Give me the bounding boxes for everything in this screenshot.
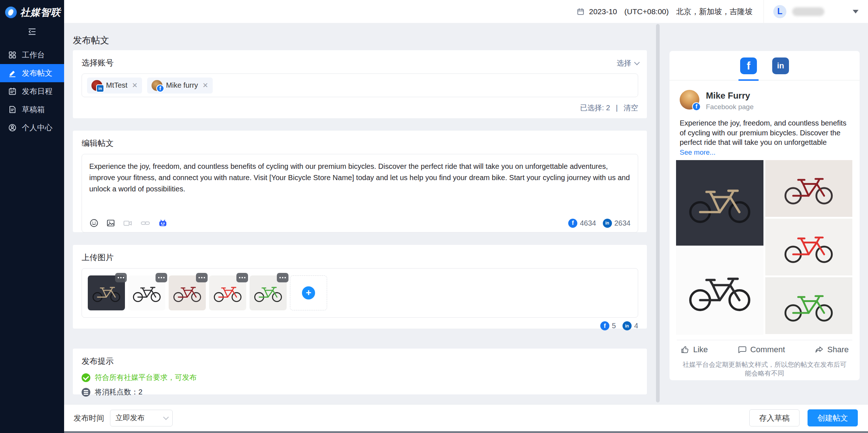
sidebar-item-label: 发布帖文 bbox=[22, 68, 52, 78]
user-icon bbox=[8, 123, 17, 132]
active-tab-underline bbox=[738, 79, 759, 81]
sidebar-item-label: 个人中心 bbox=[22, 123, 52, 133]
ai-robot-icon bbox=[158, 218, 168, 228]
calendar-icon bbox=[8, 87, 17, 96]
post-content-text[interactable]: Experience the joy, freedom, and countle… bbox=[89, 161, 631, 195]
image-counters: f 5 in 4 bbox=[600, 321, 638, 330]
publish-tips-card: 发布提示 符合所有社媒平台要求，可发布 将消耗点数：2 bbox=[73, 349, 647, 394]
comment-button[interactable]: Comment bbox=[738, 345, 785, 354]
facebook-icon: f bbox=[568, 219, 577, 228]
preview-image-grid bbox=[676, 160, 852, 335]
linkedin-image-count: 4 bbox=[634, 322, 638, 330]
upload-images-card: 上传图片 + bbox=[73, 245, 647, 329]
ai-assistant-button[interactable] bbox=[158, 218, 168, 228]
facebook-char-counter: f 4634 bbox=[568, 219, 596, 228]
facebook-icon: f bbox=[600, 321, 609, 330]
image-options-button[interactable] bbox=[156, 273, 167, 282]
horizontal-scrollbar[interactable] bbox=[64, 431, 868, 433]
share-button[interactable]: Share bbox=[814, 345, 849, 354]
comment-label: Comment bbox=[750, 345, 785, 354]
insert-link-button-disabled[interactable] bbox=[140, 218, 150, 228]
linkedin-badge-icon: in bbox=[96, 84, 104, 92]
sidebar-item-schedule[interactable]: 发布日程 bbox=[0, 82, 64, 100]
clear-selection-button[interactable]: 清空 bbox=[624, 103, 638, 113]
preview-image[interactable] bbox=[676, 247, 763, 335]
create-post-button[interactable]: 创建帖文 bbox=[808, 409, 858, 426]
account-tag-mike-furry[interactable]: f Mike furry ✕ bbox=[147, 78, 213, 94]
uploaded-image-thumb[interactable] bbox=[250, 275, 287, 310]
sidebar-item-profile[interactable]: 个人中心 bbox=[0, 119, 64, 137]
linkedin-char-count: 2634 bbox=[614, 219, 631, 227]
tab-linkedin-preview[interactable]: in bbox=[772, 57, 789, 74]
selected-accounts-box: in MtTest ✕ f Mike furry ✕ bbox=[82, 74, 638, 97]
uploaded-image-thumb[interactable] bbox=[88, 275, 125, 310]
success-check-icon bbox=[82, 373, 90, 382]
char-counters: f 4634 in 2634 bbox=[568, 219, 631, 228]
profile-name: Mike Furry bbox=[706, 91, 754, 101]
topbar: 2023-10 (UTC+08:00) 北京，新加坡，吉隆坡 L bbox=[64, 0, 868, 23]
add-image-button[interactable]: + bbox=[290, 275, 327, 310]
menu-fold-icon bbox=[27, 27, 37, 36]
preview-image[interactable] bbox=[676, 160, 763, 246]
draft-icon bbox=[8, 105, 17, 114]
user-menu-caret-icon[interactable] bbox=[853, 10, 859, 13]
image-options-button[interactable] bbox=[196, 273, 208, 282]
image-options-button[interactable] bbox=[277, 273, 288, 282]
uploaded-image-thumb[interactable] bbox=[128, 275, 165, 310]
account-tag-mttest[interactable]: in MtTest ✕ bbox=[87, 78, 142, 94]
select-accounts-dropdown[interactable]: 选择 bbox=[617, 58, 638, 68]
chevron-down-icon bbox=[634, 59, 640, 65]
remove-account-icon[interactable]: ✕ bbox=[132, 81, 138, 90]
insert-video-button-disabled[interactable] bbox=[123, 218, 133, 228]
image-options-button[interactable] bbox=[115, 273, 127, 282]
preview-image[interactable] bbox=[765, 219, 853, 275]
timezone-info: 2023-10 (UTC+08:00) 北京，新加坡，吉隆坡 bbox=[577, 7, 753, 17]
post-preview-panel: f in f Mike Furry Facebook page Experien… bbox=[669, 51, 860, 380]
sidebar-item-publish-post[interactable]: 发布帖文 bbox=[0, 64, 64, 82]
sidebar-item-label: 草稿箱 bbox=[22, 104, 45, 115]
select-account-title: 选择账号 bbox=[82, 57, 114, 68]
main-scrollbar[interactable] bbox=[656, 24, 660, 402]
preview-image[interactable] bbox=[765, 277, 853, 334]
share-label: Share bbox=[827, 345, 849, 354]
comment-icon bbox=[738, 345, 747, 354]
linkedin-icon: in bbox=[777, 61, 784, 71]
uploaded-image-thumb[interactable] bbox=[209, 275, 246, 310]
tab-facebook-preview[interactable]: f bbox=[740, 57, 757, 74]
see-more-link[interactable]: See more... bbox=[669, 148, 860, 156]
publish-tips-title: 发布提示 bbox=[82, 357, 114, 366]
facebook-badge-icon: f bbox=[692, 102, 701, 111]
insert-image-button[interactable] bbox=[106, 218, 115, 228]
app-root: 社媒智联 工作台 发布帖文 bbox=[0, 0, 868, 433]
user-avatar[interactable]: L bbox=[773, 5, 786, 18]
like-label: Like bbox=[693, 345, 708, 354]
share-icon bbox=[814, 345, 824, 354]
utc-offset: (UTC+08:00) bbox=[624, 7, 669, 16]
topbar-divider bbox=[763, 0, 764, 23]
image-options-button[interactable] bbox=[236, 273, 248, 282]
preview-platform-tabs: f in bbox=[669, 51, 860, 74]
preview-image[interactable] bbox=[765, 160, 853, 217]
profile-avatar: f bbox=[680, 90, 699, 110]
post-content-editor[interactable]: Experience the joy, freedom, and countle… bbox=[82, 154, 638, 233]
remove-account-icon[interactable]: ✕ bbox=[203, 81, 208, 90]
emoji-button[interactable] bbox=[89, 218, 99, 228]
linkedin-char-counter: in 2634 bbox=[603, 219, 631, 228]
sidebar-menu: 工作台 发布帖文 发布日程 bbox=[0, 46, 64, 137]
edit-post-title: 编辑帖文 bbox=[82, 139, 114, 148]
sidebar-item-drafts[interactable]: 草稿箱 bbox=[0, 100, 64, 119]
publish-footer-bar: 发布时间 立即发布 存入草稿 创建帖文 bbox=[64, 404, 868, 431]
like-button[interactable]: Like bbox=[680, 345, 708, 354]
preview-actions: Like Comment Share bbox=[669, 340, 860, 354]
video-icon bbox=[123, 218, 133, 228]
sidebar-item-workbench[interactable]: 工作台 bbox=[0, 46, 64, 64]
current-month: 2023-10 bbox=[589, 7, 617, 16]
sidebar-collapse-button[interactable] bbox=[0, 27, 64, 36]
profile-subtitle: Facebook page bbox=[706, 103, 754, 111]
save-draft-button[interactable]: 存入草稿 bbox=[749, 409, 800, 426]
publish-time-select[interactable]: 立即发布 bbox=[110, 410, 173, 426]
thumbs-up-icon bbox=[680, 345, 690, 354]
uploaded-image-thumb[interactable] bbox=[169, 275, 206, 310]
link-icon bbox=[140, 218, 150, 228]
preview-disclaimer: 社媒平台会定期更新帖文样式，所以您的帖文在发布后可能会略有不同 bbox=[669, 360, 860, 378]
